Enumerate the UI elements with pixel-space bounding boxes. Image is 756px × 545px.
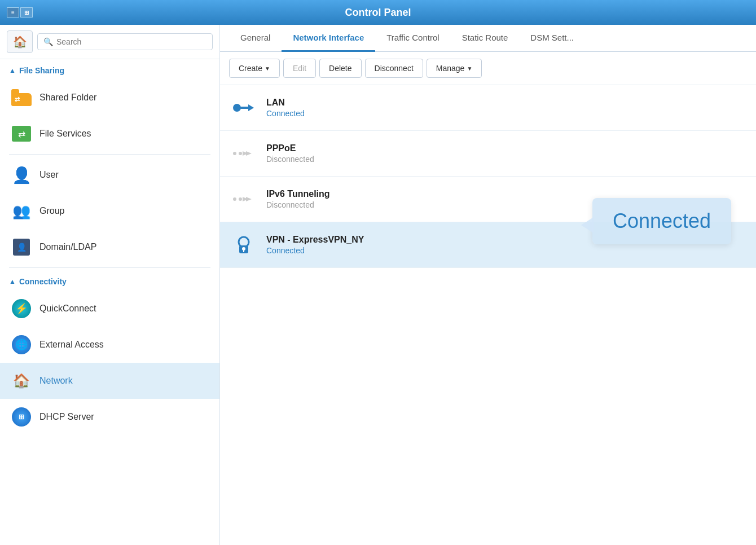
svg-point-0 — [233, 104, 241, 112]
quickconnect-icon: ⚡ — [11, 298, 32, 319]
chevron-icon: ▲ — [9, 67, 16, 74]
manage-button[interactable]: Manage ▼ — [427, 59, 482, 78]
chevron-icon-2: ▲ — [9, 278, 16, 285]
quickconnect-label: QuickConnect — [39, 304, 96, 314]
dhcp-server-label: DHCP Server — [39, 412, 94, 422]
domain-ldap-label: Domain/LDAP — [39, 242, 96, 252]
sidebar: 🏠 🔍 ▲ File Sharing ⇄ Shared Folder — [0, 25, 220, 545]
vpn-icon — [231, 232, 256, 257]
tab-dsm-settings[interactable]: DSM Sett... — [519, 25, 585, 52]
pppoe-name: PPPoE — [266, 143, 745, 153]
interface-ipv6-tunneling[interactable]: IPv6 Tunneling Disconnected — [220, 177, 756, 222]
create-dropdown-icon: ▼ — [265, 65, 270, 72]
sidebar-item-network[interactable]: 🏠 Network — [0, 363, 219, 399]
lan-icon — [231, 95, 256, 120]
delete-button[interactable]: Delete — [319, 59, 361, 78]
delete-label: Delete — [329, 64, 351, 73]
file-services-label: File Services — [39, 129, 91, 139]
main-content: General Network Interface Traffic Contro… — [220, 25, 756, 545]
ipv6-icon — [231, 187, 256, 212]
tab-static-route[interactable]: Static Route — [451, 25, 520, 52]
dhcp-icon: ⊞ — [11, 407, 32, 427]
vpn-info: VPN - ExpressVPN_NY Connected — [266, 235, 745, 255]
search-icon: 🔍 — [43, 37, 53, 46]
home-icon: 🏠 — [13, 35, 27, 49]
manage-dropdown-icon: ▼ — [467, 65, 472, 72]
home-button[interactable]: 🏠 — [7, 30, 33, 53]
pppoe-status: Disconnected — [266, 155, 745, 164]
lan-status: Connected — [266, 109, 745, 118]
section-label: File Sharing — [19, 66, 64, 75]
shared-folder-label: Shared Folder — [39, 93, 96, 103]
app-icon: ≡ ⊞ — [7, 7, 33, 17]
svg-point-3 — [233, 152, 236, 155]
edit-button[interactable]: Edit — [283, 59, 316, 78]
sidebar-top: 🏠 🔍 — [0, 25, 219, 59]
create-button[interactable]: Create ▼ — [229, 59, 280, 78]
svg-point-7 — [233, 197, 236, 201]
tab-bar: General Network Interface Traffic Contro… — [220, 25, 756, 52]
sidebar-item-file-services[interactable]: ⇄ File Services — [0, 116, 219, 152]
page-title: Control Panel — [345, 7, 411, 19]
svg-marker-6 — [246, 151, 252, 156]
file-services-icon: ⇄ — [11, 124, 32, 144]
pppoe-info: PPPoE Disconnected — [266, 143, 745, 164]
search-box: 🔍 — [37, 33, 213, 50]
tab-network-interface[interactable]: Network Interface — [282, 25, 375, 52]
interface-lan[interactable]: LAN Connected — [220, 85, 756, 131]
group-icon: 👥 — [11, 201, 32, 221]
divider-2 — [9, 267, 210, 268]
sidebar-item-user[interactable]: 👤 User — [0, 157, 219, 193]
user-icon: 👤 — [11, 165, 32, 185]
section-file-sharing[interactable]: ▲ File Sharing — [0, 59, 219, 80]
vpn-status: Connected — [266, 246, 745, 255]
sidebar-item-external-access[interactable]: 🌐 External Access — [0, 327, 219, 363]
sidebar-item-shared-folder[interactable]: ⇄ Shared Folder — [0, 80, 219, 116]
edit-label: Edit — [293, 64, 306, 73]
search-input[interactable] — [56, 37, 206, 46]
ipv6-info: IPv6 Tunneling Disconnected — [266, 189, 745, 209]
tab-traffic-control[interactable]: Traffic Control — [375, 25, 450, 52]
manage-label: Manage — [436, 64, 465, 73]
disconnect-label: Disconnect — [375, 64, 414, 73]
toolbar: Create ▼ Edit Delete Disconnect Manage ▼ — [220, 52, 756, 85]
app-container: 🏠 🔍 ▲ File Sharing ⇄ Shared Folder — [0, 25, 756, 545]
section-connectivity[interactable]: ▲ Connectivity — [0, 270, 219, 291]
tab-general[interactable]: General — [229, 25, 282, 52]
sidebar-item-dhcp-server[interactable]: ⊞ DHCP Server — [0, 399, 219, 435]
svg-point-8 — [239, 197, 242, 201]
shared-folder-icon: ⇄ — [11, 87, 32, 108]
network-icon: 🏠 — [11, 371, 32, 391]
external-access-label: External Access — [39, 340, 104, 350]
user-label: User — [39, 170, 59, 180]
interface-list: LAN Connected PPPoE Disconnected — [220, 85, 756, 545]
sidebar-item-quickconnect[interactable]: ⚡ QuickConnect — [0, 291, 219, 327]
create-label: Create — [239, 64, 262, 73]
disconnect-button[interactable]: Disconnect — [365, 59, 423, 78]
svg-marker-2 — [248, 104, 254, 111]
svg-rect-14 — [243, 249, 244, 252]
sidebar-item-domain-ldap[interactable]: 👤 Domain/LDAP — [0, 229, 219, 265]
group-label: Group — [39, 206, 64, 216]
pppoe-icon — [231, 141, 256, 166]
domain-icon: 👤 — [11, 237, 32, 257]
svg-marker-10 — [246, 197, 252, 201]
title-bar: ≡ ⊞ Control Panel — [0, 0, 756, 25]
connectivity-label: Connectivity — [19, 277, 67, 286]
lan-info: LAN Connected — [266, 98, 745, 118]
network-label: Network — [39, 376, 73, 386]
interface-pppoe[interactable]: PPPoE Disconnected — [220, 131, 756, 177]
lan-name: LAN — [266, 98, 745, 108]
ipv6-name: IPv6 Tunneling — [266, 189, 745, 199]
interface-vpn[interactable]: VPN - ExpressVPN_NY Connected — [220, 222, 756, 268]
external-access-icon: 🌐 — [11, 335, 32, 355]
sidebar-item-group[interactable]: 👥 Group — [0, 193, 219, 229]
vpn-name: VPN - ExpressVPN_NY — [266, 235, 745, 245]
svg-point-4 — [239, 152, 242, 155]
ipv6-status: Disconnected — [266, 200, 745, 209]
divider-1 — [9, 154, 210, 155]
